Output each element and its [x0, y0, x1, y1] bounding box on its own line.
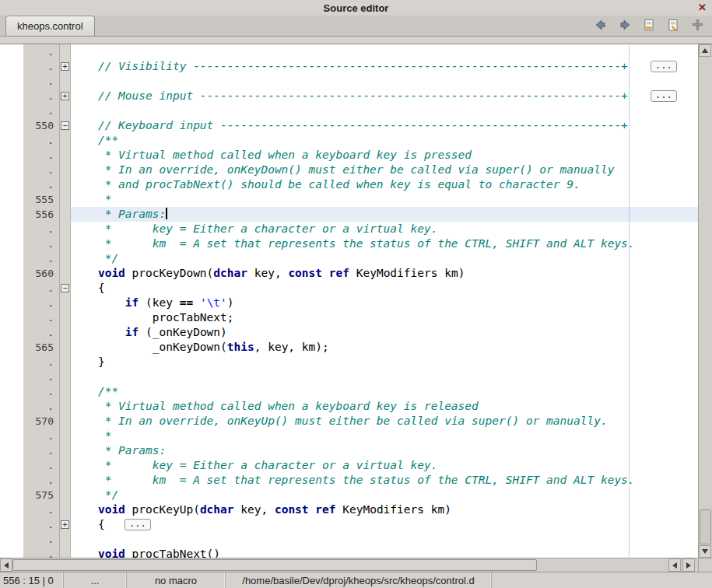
code-line-text[interactable]: // Mouse input -------------------------… — [71, 89, 698, 103]
fold-expand-icon[interactable]: + — [61, 520, 69, 529]
code-line-text[interactable]: * key = Either a character or a virtual … — [71, 222, 698, 236]
code-line-text[interactable]: { — [71, 281, 698, 296]
fold-collapse-icon[interactable]: − — [61, 284, 69, 292]
fold-column — [59, 207, 71, 222]
code-line[interactable]: 550− // Keyboard input -----------------… — [0, 118, 698, 133]
code-line[interactable]: . * Virtual method called when a keyboar… — [0, 148, 698, 163]
horizontal-scrollbar[interactable] — [0, 558, 698, 572]
code-line[interactable]: 556 * Params: — [0, 207, 698, 222]
scroll-left-button-right-end[interactable] — [668, 558, 681, 572]
fold-expand-icon[interactable]: + — [61, 92, 69, 100]
code-line-text[interactable]: * Params: — [71, 207, 698, 222]
code-line[interactable]: . * km = A set that represents the statu… — [0, 473, 698, 488]
code-line[interactable]: 570 * In an override, onKeyUp() must eit… — [0, 414, 698, 429]
code-line-text[interactable]: * In an override, onKeyUp() must either … — [71, 414, 698, 429]
code-line-text[interactable]: * — [71, 192, 698, 207]
code-line[interactable]: 555 * — [0, 192, 698, 207]
fold-ellipsis[interactable]: ... — [651, 90, 677, 102]
code-line-text[interactable]: // Visibility --------------------------… — [71, 59, 698, 74]
code-line-text[interactable]: {... — [71, 517, 698, 532]
code-line-text[interactable]: * Virtual method called when a keyboard … — [71, 148, 698, 163]
code-line[interactable]: . — [0, 369, 698, 384]
code-line[interactable]: .+ {... — [0, 517, 698, 532]
fold-ellipsis[interactable]: ... — [651, 61, 677, 72]
code-line[interactable]: 575 */ — [0, 488, 698, 502]
code-line-text[interactable] — [71, 532, 698, 547]
nav-forward-button[interactable] — [616, 18, 633, 35]
code-line[interactable]: . /** — [0, 133, 698, 148]
code-line[interactable]: .+ // Mouse input ----------------------… — [0, 89, 698, 103]
code-line-text[interactable]: if (key == '\t') — [71, 296, 698, 310]
code-line[interactable]: 560 void procKeyDown(dchar key, const re… — [0, 266, 698, 281]
code-line-text[interactable]: * Params: — [71, 443, 698, 458]
code-line-text[interactable]: * and procTabNext() should be called whe… — [71, 177, 698, 192]
code-line-text[interactable]: // Keyboard input ----------------------… — [71, 118, 698, 133]
code-line-text[interactable] — [71, 369, 698, 384]
code-line[interactable]: . * and procTabNext() should be called w… — [0, 177, 698, 192]
code-line-text[interactable]: /** — [71, 384, 698, 399]
code-line[interactable]: . if (_onKeyDown) — [0, 325, 698, 340]
code-token — [71, 267, 98, 279]
code-line[interactable]: 565 _onKeyDown(this, key, km); — [0, 340, 698, 355]
code-line[interactable]: .+ // Visibility -----------------------… — [0, 59, 698, 74]
code-line[interactable]: . — [0, 44, 698, 59]
code-line-text[interactable]: void procKeyUp(dchar key, const ref KeyM… — [71, 502, 698, 517]
close-icon[interactable]: ✕ — [698, 2, 707, 14]
code-line[interactable]: . */ — [0, 251, 698, 266]
code-line[interactable]: . * Params: — [0, 443, 698, 458]
document-button-2[interactable] — [665, 18, 682, 35]
code-line[interactable]: . } — [0, 355, 698, 369]
scroll-down-button[interactable] — [699, 545, 711, 558]
code-token: key, — [247, 267, 288, 279]
code-line[interactable]: . — [0, 74, 698, 89]
detach-button[interactable] — [689, 18, 706, 35]
code-line[interactable]: . * km = A set that represents the statu… — [0, 236, 698, 251]
code-line-text[interactable]: * — [71, 429, 698, 443]
horizontal-scrollbar-thumb[interactable] — [12, 559, 537, 571]
code-line-text[interactable] — [71, 74, 698, 89]
code-line-text[interactable]: _onKeyDown(this, key, km); — [71, 340, 698, 355]
nav-back-button[interactable] — [592, 18, 609, 35]
code-line[interactable]: . * Virtual method called when a keyboar… — [0, 399, 698, 414]
fold-ellipsis[interactable]: ... — [125, 519, 151, 530]
code-line-text[interactable]: * In an override, onKeyDown() must eithe… — [71, 163, 698, 177]
code-line[interactable]: . — [0, 103, 698, 118]
code-line[interactable]: . * key = Either a character or a virtua… — [0, 222, 698, 236]
code-line-text[interactable]: void procKeyDown(dchar key, const ref Ke… — [71, 266, 698, 281]
vertical-scrollbar-thumb[interactable] — [700, 509, 711, 544]
source-editor-window: Source editor ✕ kheops.control — [0, 0, 712, 588]
tab-kheops-control[interactable]: kheops.control — [5, 16, 95, 36]
scroll-right-button[interactable] — [682, 558, 695, 572]
code-line-text[interactable]: procTabNext; — [71, 310, 698, 325]
code-line[interactable]: .− { — [0, 281, 698, 296]
code-line-text[interactable]: * km = A set that represents the status … — [71, 473, 698, 488]
fold-column: − — [59, 118, 71, 133]
code-line[interactable]: . — [0, 532, 698, 547]
code-line-text[interactable]: * Virtual method called when a keyboard … — [71, 399, 698, 414]
code-line[interactable]: . /** — [0, 384, 698, 399]
code-line-text[interactable]: */ — [71, 488, 698, 502]
code-line-text[interactable]: } — [71, 355, 698, 369]
fold-expand-icon[interactable]: + — [61, 62, 69, 71]
document-button-1[interactable] — [640, 18, 658, 35]
code-line-text[interactable] — [71, 44, 698, 59]
code-line-text[interactable]: */ — [71, 251, 698, 266]
scroll-left-button[interactable] — [0, 558, 12, 572]
code-line[interactable]: . void procTabNext() — [0, 547, 698, 558]
code-line-text[interactable]: * key = Either a character or a virtual … — [71, 458, 698, 473]
code-line[interactable]: . void procKeyUp(dchar key, const ref Ke… — [0, 502, 698, 517]
fold-collapse-icon[interactable]: − — [61, 121, 69, 130]
code-line-text[interactable]: * km = A set that represents the status … — [71, 236, 698, 251]
code-line-text[interactable]: void procTabNext() — [71, 547, 698, 558]
code-line[interactable]: . * In an override, onKeyDown() must eit… — [0, 163, 698, 177]
code-line[interactable]: . if (key == '\t') — [0, 296, 698, 310]
code-line[interactable]: . * — [0, 429, 698, 443]
code-line-text[interactable] — [71, 103, 698, 118]
code-area[interactable]: ..+ // Visibility ----------------------… — [0, 44, 698, 558]
scroll-up-button[interactable] — [699, 44, 711, 57]
code-line-text[interactable]: /** — [71, 133, 698, 148]
code-line-text[interactable]: if (_onKeyDown) — [71, 325, 698, 340]
code-line[interactable]: . * key = Either a character or a virtua… — [0, 458, 698, 473]
vertical-scrollbar[interactable] — [698, 44, 712, 558]
code-line[interactable]: . procTabNext; — [0, 310, 698, 325]
